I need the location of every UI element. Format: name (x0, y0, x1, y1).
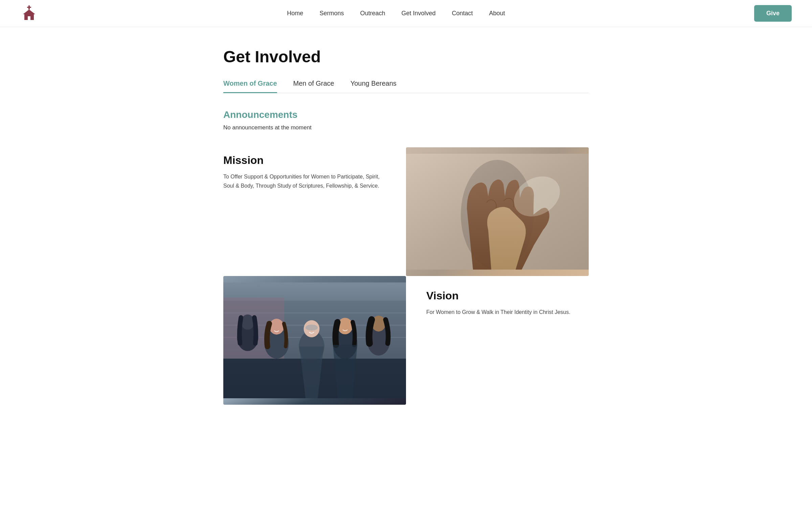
nav-outreach[interactable]: Outreach (360, 10, 385, 17)
hands-svg (406, 147, 589, 276)
mission-block: Mission To Offer Support & Opportunities… (223, 147, 406, 276)
svg-marker-2 (23, 9, 35, 14)
nav-links: Home Sermons Outreach Get Involved Conta… (287, 10, 505, 17)
nav-home[interactable]: Home (287, 10, 303, 17)
bottom-grid: Vision For Women to Grow & Walk in Their… (223, 276, 589, 405)
svg-rect-1 (27, 7, 31, 8)
nav-sermons[interactable]: Sermons (319, 10, 344, 17)
tabs-container: Women of Grace Men of Grace Young Berean… (223, 80, 589, 93)
svg-rect-4 (28, 16, 30, 20)
church-logo-icon (20, 5, 38, 22)
tab-young-bereans[interactable]: Young Bereans (351, 80, 397, 93)
hands-image (406, 147, 589, 276)
women-svg (223, 276, 406, 405)
page-title: Get Involved (223, 47, 589, 66)
tab-men-of-grace[interactable]: Men of Grace (293, 80, 334, 93)
women-group-image (223, 276, 406, 405)
svg-point-22 (306, 324, 318, 331)
mission-grid: Mission To Offer Support & Opportunities… (223, 147, 589, 276)
nav-contact[interactable]: Contact (452, 10, 473, 17)
give-button[interactable]: Give (754, 5, 792, 22)
announcements-text: No announcements at the moment (223, 124, 589, 131)
nav-about[interactable]: About (489, 10, 505, 17)
vision-block: Vision For Women to Grow & Walk in Their… (406, 276, 589, 405)
tab-women-of-grace[interactable]: Women of Grace (223, 80, 277, 93)
mission-title: Mission (223, 154, 386, 167)
mission-text: To Offer Support & Opportunities for Wom… (223, 172, 386, 190)
vision-title: Vision (426, 290, 589, 302)
navbar: Home Sermons Outreach Get Involved Conta… (0, 0, 812, 27)
vision-text: For Women to Grow & Walk in Their Identi… (426, 308, 589, 317)
logo[interactable] (20, 5, 38, 22)
nav-get-involved[interactable]: Get Involved (401, 10, 435, 17)
announcements-title: Announcements (223, 109, 589, 120)
announcements-section: Announcements No announcements at the mo… (223, 109, 589, 131)
svg-point-19 (269, 319, 284, 335)
main-content: Get Involved Women of Grace Men of Grace… (203, 27, 609, 432)
